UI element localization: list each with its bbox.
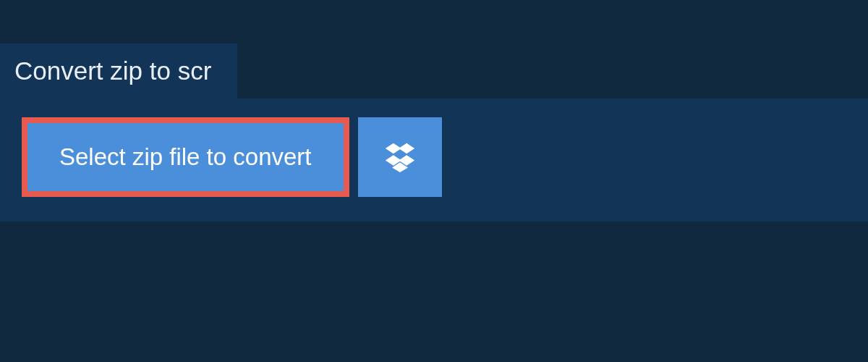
- select-file-label: Select zip file to convert: [59, 143, 312, 170]
- tab-label: Convert zip to scr: [14, 56, 211, 85]
- convert-panel: Select zip file to convert: [0, 98, 868, 222]
- select-file-highlight: Select zip file to convert: [22, 117, 349, 197]
- dropbox-button[interactable]: [358, 117, 442, 197]
- tab-convert-zip-to-scr[interactable]: Convert zip to scr: [0, 43, 237, 98]
- select-file-button[interactable]: Select zip file to convert: [27, 123, 344, 191]
- dropbox-icon: [384, 140, 416, 174]
- tab-bar: Convert zip to scr: [0, 0, 868, 98]
- file-select-row: Select zip file to convert: [22, 117, 846, 197]
